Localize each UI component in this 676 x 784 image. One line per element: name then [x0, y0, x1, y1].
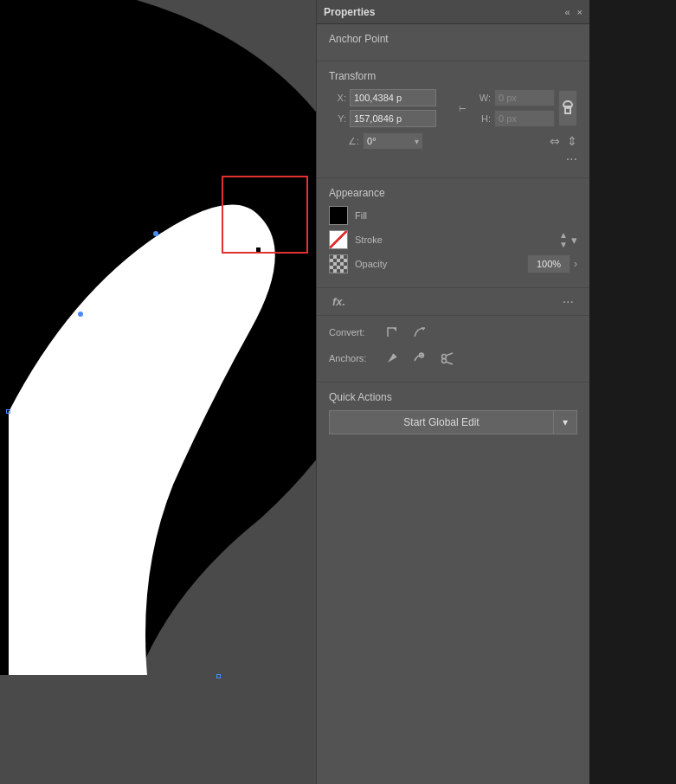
stroke-down-icon[interactable]: ▼ [559, 241, 568, 249]
anchor-dot-3[interactable] [6, 409, 10, 414]
opacity-more-icon[interactable]: › [574, 258, 577, 270]
transform-more-button[interactable]: ··· [329, 150, 577, 169]
opacity-input[interactable] [527, 254, 570, 273]
transform-title: Transform [329, 70, 577, 82]
link-proportions-button[interactable] [558, 90, 577, 126]
opacity-row: Opacity › [329, 254, 577, 273]
svg-point-9 [442, 359, 447, 363]
y-label: Y: [329, 113, 346, 124]
anchor-dot-1[interactable] [153, 231, 158, 236]
h-row: H: [470, 110, 555, 127]
flip-icons: ⇔ ⇕ [550, 134, 577, 148]
stroke-controls: ▲ ▼ ▾ [559, 231, 577, 249]
opacity-label: Opacity [355, 259, 387, 269]
anchor-dot-4[interactable] [216, 674, 221, 678]
anchors-label: Anchors: [329, 353, 374, 363]
selection-rect [222, 176, 308, 254]
header-icons: « × [564, 7, 583, 17]
stroke-row: Stroke ▲ ▼ ▾ [329, 230, 577, 249]
w-input[interactable] [494, 89, 555, 106]
global-edit-dropdown-button[interactable]: ▾ [553, 410, 577, 434]
convert-corner-tool[interactable] [383, 323, 402, 342]
anchors-row: Anchors: [329, 349, 577, 368]
anchor-point-title: Anchor Point [329, 33, 577, 45]
fx-section: fx. ··· [317, 288, 589, 316]
opacity-swatch [329, 254, 348, 273]
panel-close-icon[interactable]: × [577, 7, 583, 17]
angle-value: 0° [367, 136, 377, 146]
fx-button[interactable]: fx. [329, 293, 349, 310]
dropdown-arrow-icon: ▾ [563, 416, 568, 428]
appearance-more-button[interactable]: ··· [563, 294, 577, 310]
transform-section: Transform X: Y: ⊢ [317, 61, 589, 178]
convert-label: Convert: [329, 327, 374, 337]
panel-title: Properties [324, 6, 375, 18]
quick-actions-section: Quick Actions Start Global Edit ▾ [317, 382, 589, 443]
h-label: H: [470, 113, 491, 124]
stroke-swatch[interactable] [329, 230, 348, 249]
panel-collapse-icon[interactable]: « [564, 7, 570, 17]
appearance-title: Appearance [329, 187, 577, 199]
pen-tool[interactable] [383, 349, 402, 368]
panel-header: Properties « × [317, 0, 589, 24]
convert-row: Convert: [329, 323, 577, 342]
scissors-tool[interactable] [438, 349, 457, 368]
fill-swatch[interactable] [329, 206, 348, 225]
svg-line-10 [446, 353, 453, 356]
x-input[interactable] [350, 89, 436, 106]
w-label: W: [470, 93, 491, 103]
add-anchor-tool[interactable] [410, 349, 429, 368]
quick-actions-title: Quick Actions [329, 391, 577, 403]
w-row: W: [470, 89, 555, 106]
stroke-dropdown-icon[interactable]: ▾ [571, 234, 577, 247]
anchor-point-section: Anchor Point [317, 24, 589, 61]
x-label: X: [329, 93, 346, 103]
y-row: Y: [329, 110, 453, 127]
panel-content: Anchor Point Transform X: Y: [317, 24, 589, 784]
svg-line-11 [446, 362, 453, 364]
start-global-edit-button[interactable]: Start Global Edit [329, 410, 553, 434]
opacity-controls: › [527, 254, 577, 273]
flip-horizontal-icon[interactable]: ⇔ [550, 134, 560, 148]
properties-panel: Properties « × Anchor Point Transform X: [316, 0, 589, 784]
angle-dropdown[interactable]: ▾ [415, 137, 419, 146]
canvas-path [0, 0, 316, 784]
svg-marker-2 [393, 328, 396, 331]
angle-row: ∠: 0° ▾ ⇔ ⇕ [329, 132, 577, 150]
fill-label: Fill [355, 210, 367, 221]
stroke-label: Stroke [355, 235, 383, 245]
y-input[interactable] [350, 110, 436, 127]
x-row: X: [329, 89, 453, 106]
convert-section: Convert: Anchors: [317, 316, 589, 382]
flip-vertical-icon[interactable]: ⇕ [567, 134, 577, 148]
angle-icon: ∠: [348, 136, 359, 147]
canvas-area [0, 0, 316, 784]
anchor-dot-2[interactable] [78, 312, 83, 317]
convert-smooth-tool[interactable] [410, 323, 429, 342]
h-input[interactable] [494, 110, 555, 127]
stroke-up-icon[interactable]: ▲ [559, 231, 568, 240]
fill-row: Fill [329, 206, 577, 225]
appearance-section: Appearance Fill Stroke ▲ ▼ ▾ [317, 178, 589, 288]
quick-action-btn-row: Start Global Edit ▾ [329, 410, 577, 434]
anchor-dot-5[interactable] [256, 247, 261, 252]
